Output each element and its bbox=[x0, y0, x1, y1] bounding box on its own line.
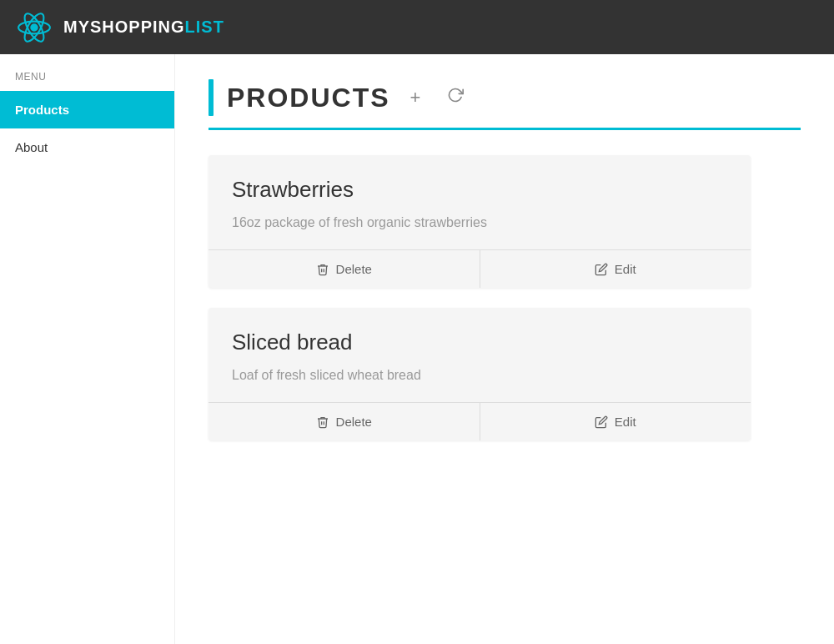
product-name: Strawberries bbox=[232, 177, 727, 203]
add-product-button[interactable]: + bbox=[404, 83, 428, 112]
refresh-button[interactable] bbox=[440, 83, 470, 112]
sidebar-item-about[interactable]: About bbox=[0, 128, 174, 166]
product-name: Sliced bread bbox=[232, 330, 727, 355]
refresh-icon bbox=[447, 87, 464, 103]
edit-icon bbox=[595, 415, 608, 429]
delete-button[interactable]: Delete bbox=[208, 403, 480, 440]
sidebar: MENU Products About bbox=[0, 54, 175, 644]
react-logo-icon bbox=[17, 10, 52, 45]
product-card-actions: Delete Edit bbox=[208, 249, 751, 288]
edit-icon bbox=[595, 263, 608, 276]
title-accent-bar bbox=[208, 79, 214, 116]
page-title: PRODUCTS bbox=[227, 83, 390, 113]
product-card: Sliced bread Loaf of fresh sliced wheat … bbox=[208, 308, 751, 440]
products-list: Strawberries 16oz package of fresh organ… bbox=[208, 155, 801, 440]
delete-button[interactable]: Delete bbox=[208, 250, 480, 288]
main-content: PRODUCTS + Strawberries 16oz package of … bbox=[175, 54, 834, 644]
page-header: PRODUCTS + bbox=[208, 79, 801, 130]
product-card-actions: Delete Edit bbox=[208, 402, 751, 440]
product-card: Strawberries 16oz package of fresh organ… bbox=[208, 155, 751, 288]
product-card-body: Sliced bread Loaf of fresh sliced wheat … bbox=[208, 308, 751, 402]
sidebar-item-products[interactable]: Products bbox=[0, 91, 174, 128]
trash-icon bbox=[316, 263, 329, 276]
navbar: MYSHOPPINGLIST bbox=[0, 0, 834, 54]
product-description: 16oz package of fresh organic strawberri… bbox=[232, 213, 727, 233]
edit-button[interactable]: Edit bbox=[480, 250, 751, 288]
svg-point-0 bbox=[31, 24, 37, 30]
product-card-body: Strawberries 16oz package of fresh organ… bbox=[208, 155, 751, 249]
app-title: MYSHOPPINGLIST bbox=[63, 18, 224, 37]
trash-icon bbox=[316, 415, 329, 429]
product-description: Loaf of fresh sliced wheat bread bbox=[232, 365, 727, 385]
edit-button[interactable]: Edit bbox=[480, 403, 751, 440]
menu-label: MENU bbox=[0, 71, 174, 91]
